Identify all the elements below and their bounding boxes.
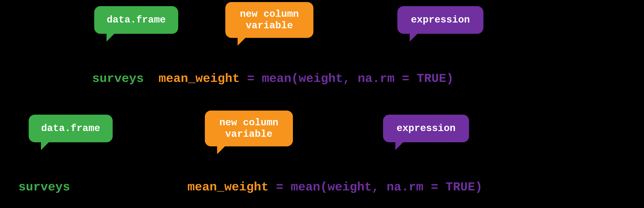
code-surveys2: surveys <box>18 180 70 194</box>
bubble-tail <box>217 145 226 154</box>
code-equals2: = <box>268 180 291 194</box>
bubble-newcol-row1-text: new column variable <box>240 8 299 31</box>
code-expr: mean(weight, na.rm = TRUE) <box>262 72 454 86</box>
code-summarize-open2: summarize( <box>114 180 188 194</box>
bubble-tail <box>41 141 50 150</box>
bubble-dataframe-row1-text: data.frame <box>107 14 166 26</box>
bubble-dataframe-row1: data.frame <box>94 6 178 34</box>
bubble-expression-row1-text: expression <box>411 14 470 26</box>
newcol-line2b: variable <box>225 128 272 140</box>
bubble-expression-row1: expression <box>398 6 484 34</box>
code-comma: , <box>144 72 158 86</box>
bubble-expression-row2: expression <box>383 115 469 142</box>
code-line-2b: summarize(mean_weight = mean(weight, na.… <box>114 180 490 194</box>
code-expr2: mean(weight, na.rm = TRUE) <box>291 180 482 194</box>
code-close: ) <box>454 72 461 86</box>
bubble-expression-row2-text: expression <box>396 123 456 134</box>
code-line-1: summarize(surveys, mean_weight = mean(we… <box>18 72 461 86</box>
bubble-newcol-row2-text: new column variable <box>220 117 278 140</box>
code-summarize-open: summarize( <box>18 72 92 86</box>
bubble-dataframe-row2: data.frame <box>29 115 113 142</box>
bubble-newcol-row2: new column variable <box>205 110 293 146</box>
bubble-dataframe-row2-text: data.frame <box>41 123 100 134</box>
newcol-line2: variable <box>246 20 293 31</box>
code-pipe: %>% <box>70 180 100 194</box>
code-equals: = <box>240 72 262 86</box>
code-meanweight2: mean_weight <box>188 180 268 194</box>
bubble-tail <box>410 32 419 42</box>
bubble-tail <box>395 141 404 150</box>
code-close2: ) <box>482 180 490 194</box>
code-line-2a: surveys %>% <box>18 180 100 194</box>
code-meanweight: mean_weight <box>158 72 240 86</box>
code-surveys: surveys <box>92 72 144 86</box>
bubble-tail <box>238 36 247 46</box>
bubble-tail <box>106 32 116 42</box>
newcol-line1: new column <box>240 8 299 20</box>
bubble-newcol-row1: new column variable <box>225 2 314 38</box>
newcol-line1b: new column <box>220 117 278 128</box>
